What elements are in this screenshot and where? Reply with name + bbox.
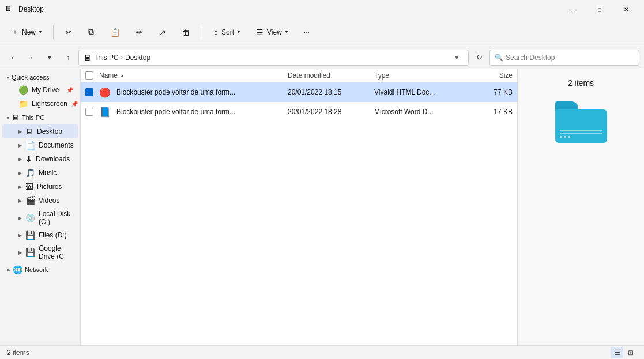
file2-name: Blockbuster pode voltar de uma form... — [116, 108, 235, 116]
row1-size-col: 77 KB — [466, 88, 513, 96]
close-button[interactable]: ✕ — [613, 0, 639, 18]
table-row[interactable]: 📘 Blockbuster pode voltar de uma form...… — [81, 102, 517, 122]
sidebar-item-lightscreen[interactable]: 📁 Lightscreen 📌 — [2, 97, 78, 111]
type-column-label: Type — [374, 71, 389, 80]
sort-button[interactable]: ↕ Sort ▾ — [207, 22, 247, 43]
cut-button[interactable]: ✂ — [58, 22, 79, 43]
list-view-button[interactable]: ☰ — [611, 347, 623, 358]
pictures-icon: 🖼 — [25, 182, 33, 191]
sidebar-item-videos[interactable]: ▶ 🎬 Videos — [2, 194, 78, 207]
sidebar-item-my-drive[interactable]: 🟢 My Drive 📌 — [2, 83, 78, 97]
preview-panel: 2 items — [517, 69, 644, 345]
window-controls: — □ ✕ — [560, 0, 639, 18]
sidebar-item-local-disk[interactable]: ▶ 💿 Local Disk (C:) — [2, 207, 78, 228]
folder-dot-1 — [560, 136, 562, 138]
name-sort-arrow-icon: ▲ — [120, 73, 125, 78]
desktop-chevron-icon: ▶ — [18, 129, 22, 134]
network-icon: 🌐 — [13, 265, 22, 274]
files-d-label: Files (D:) — [39, 231, 67, 239]
copy-button[interactable]: ⧉ — [81, 22, 101, 43]
sidebar-item-google-drive[interactable]: ▶ 💾 Google Drive (C — [2, 242, 78, 263]
quick-access-chevron-icon: ▾ — [7, 75, 9, 80]
recent-button[interactable]: ▾ — [42, 50, 58, 66]
documents-chevron-icon: ▶ — [18, 143, 22, 148]
main-area: ▾ Quick access 🟢 My Drive 📌 📁 Lightscree… — [0, 69, 644, 345]
minimize-button[interactable]: — — [560, 0, 586, 18]
file1-name: Blockbuster pode voltar de uma form... — [116, 88, 235, 96]
header-type-col[interactable]: Type — [374, 71, 466, 80]
this-pc-icon: 🖥 — [84, 53, 92, 62]
quick-access-label: Quick access — [12, 74, 49, 81]
files-d-icon: 💾 — [25, 230, 35, 240]
breadcrumb-sep-1: › — [121, 54, 123, 61]
videos-label: Videos — [39, 196, 59, 205]
select-all-checkbox[interactable] — [85, 71, 93, 80]
header-size-col[interactable]: Size — [466, 71, 513, 80]
breadcrumb: This PC › Desktop — [94, 54, 150, 62]
more-button[interactable]: ··· — [297, 22, 317, 43]
search-input[interactable] — [506, 54, 634, 62]
row2-size-col: 17 KB — [466, 108, 513, 116]
desktop-label: Desktop — [37, 127, 62, 135]
search-icon: 🔍 — [495, 54, 503, 62]
forward-button[interactable]: › — [23, 50, 39, 66]
refresh-button[interactable]: ↻ — [471, 50, 487, 66]
search-box[interactable]: 🔍 — [489, 50, 639, 66]
share-button[interactable]: ↗ — [152, 22, 173, 43]
sidebar-item-files-d[interactable]: ▶ 💾 Files (D:) — [2, 228, 78, 242]
sidebar-item-documents[interactable]: ▶ 📄 Documents — [2, 138, 78, 152]
sidebar-section-this-pc[interactable]: ▾ 🖥 This PC — [2, 111, 78, 124]
delete-button[interactable]: 🗑 — [175, 22, 197, 43]
folder-dot-3 — [568, 136, 570, 138]
file2-type: Microsoft Word D... — [374, 108, 433, 116]
google-drive-label: Google Drive (C — [39, 244, 73, 260]
breadcrumb-this-pc[interactable]: This PC — [94, 54, 119, 62]
table-row[interactable]: 🔴 Blockbuster pode voltar de uma form...… — [81, 82, 517, 102]
file-list: 🔴 Blockbuster pode voltar de uma form...… — [81, 82, 517, 345]
maximize-button[interactable]: □ — [586, 0, 613, 18]
file2-date: 20/01/2022 18:28 — [288, 108, 341, 116]
pin-icon-lightscreen: 📌 — [71, 101, 78, 107]
folder-line-2 — [560, 133, 602, 134]
header-date-col[interactable]: Date modified — [288, 71, 374, 80]
back-button[interactable]: ‹ — [5, 50, 21, 66]
sidebar-item-desktop[interactable]: ▶ 🖥 Desktop — [2, 124, 78, 138]
header-name-col[interactable]: Name ▲ — [99, 71, 288, 80]
sidebar-item-music[interactable]: ▶ 🎵 Music — [2, 166, 78, 180]
address-bar[interactable]: 🖥 This PC › Desktop ▾ — [78, 50, 469, 66]
lightscreen-icon: 📁 — [18, 99, 28, 108]
folder-dot-2 — [564, 136, 566, 138]
view-button[interactable]: ☰ View ▾ — [249, 22, 295, 43]
sidebar-item-downloads[interactable]: ▶ ⬇ Downloads — [2, 152, 78, 166]
folder-body — [555, 109, 607, 143]
pictures-chevron-icon: ▶ — [18, 184, 22, 190]
address-dropdown-button[interactable]: ▾ — [450, 51, 464, 65]
content-area: Name ▲ Date modified Type Size 🔴 Bloc — [81, 69, 517, 345]
sidebar-section-quick-access[interactable]: ▾ Quick access — [2, 71, 78, 83]
pictures-label: Pictures — [37, 183, 62, 191]
network-label: Network — [25, 266, 48, 273]
up-button[interactable]: ↑ — [60, 50, 76, 66]
google-drive-chevron-icon: ▶ — [18, 250, 22, 255]
file2-size: 17 KB — [494, 108, 513, 116]
sort-chevron-icon: ▾ — [238, 29, 240, 35]
folder-dots — [560, 136, 570, 138]
breadcrumb-desktop[interactable]: Desktop — [125, 54, 150, 62]
my-drive-icon: 🟢 — [18, 85, 28, 95]
paste-button[interactable]: 📋 — [103, 22, 127, 43]
downloads-icon: ⬇ — [25, 154, 32, 164]
rename-button[interactable]: ✏ — [129, 22, 150, 43]
folder-line-1 — [560, 130, 602, 131]
rename-icon: ✏ — [136, 28, 143, 37]
row2-checkbox[interactable] — [85, 108, 93, 116]
title-bar: 🖥 Desktop — □ ✕ — [0, 0, 644, 18]
sidebar-section-network[interactable]: ▶ 🌐 Network — [2, 263, 78, 277]
new-button[interactable]: ＋ New ▾ — [5, 22, 48, 43]
network-chevron-icon: ▶ — [7, 267, 10, 273]
row1-checkbox[interactable] — [85, 88, 93, 96]
grid-view-icon: ⊞ — [628, 349, 634, 357]
documents-icon: 📄 — [25, 141, 35, 150]
sidebar-item-pictures[interactable]: ▶ 🖼 Pictures — [2, 180, 78, 194]
grid-view-button[interactable]: ⊞ — [624, 347, 637, 358]
row1-checkbox-col — [85, 88, 99, 96]
